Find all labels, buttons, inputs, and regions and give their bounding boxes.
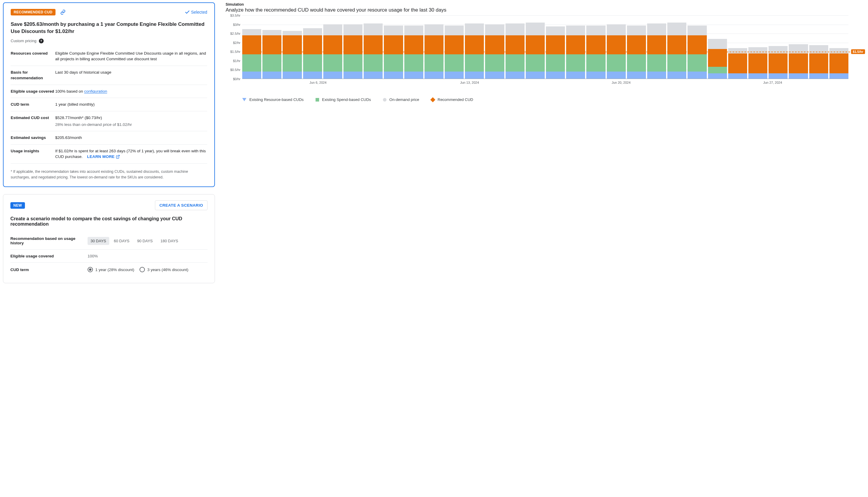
- chart-bar[interactable]: [647, 15, 666, 79]
- learn-more-link[interactable]: LEARN MORE: [87, 154, 120, 160]
- row-scenario-term: CUD term 1 year (28% discount)3 years (4…: [10, 263, 207, 276]
- svg-line-0: [118, 155, 119, 157]
- chart-bar[interactable]: [485, 15, 504, 79]
- row-estimated-cost: Estimated CUD cost $528.77/month* ($0.73…: [11, 111, 207, 131]
- selected-indicator: Selected: [185, 10, 207, 15]
- chart-bar[interactable]: [566, 15, 585, 79]
- days-option[interactable]: 180 DAYS: [158, 237, 182, 245]
- eligible-value: 100%: [88, 254, 98, 258]
- diamond-icon: [431, 97, 435, 102]
- row-eligible-usage: Eligible usage covered 100% based on con…: [11, 85, 207, 98]
- chart-bar[interactable]: [546, 15, 565, 79]
- recommended-chip: $1.5/hr: [851, 49, 865, 54]
- square-icon: [316, 98, 319, 101]
- chart-bar[interactable]: [688, 15, 707, 79]
- recommendation-card: RECOMMENDED CUD Selected Save $205.63/mo…: [3, 2, 215, 187]
- chart-bar[interactable]: [789, 15, 808, 79]
- row-usage-history: Recommendation based on usage history 30…: [10, 232, 207, 250]
- row-estimated-savings: Estimated savings $205.63/month: [11, 131, 207, 144]
- custom-pricing-label: Custom pricing ?: [11, 39, 207, 43]
- new-badge: NEW: [10, 202, 25, 209]
- chart-bar[interactable]: [404, 15, 423, 79]
- chart-bar[interactable]: [283, 15, 302, 79]
- y-tick: $3.5/hr: [230, 14, 241, 17]
- chart-bar[interactable]: [607, 15, 626, 79]
- info-icon[interactable]: ?: [39, 39, 44, 43]
- legend-existing-resource[interactable]: Existing Resource-based CUDs: [242, 97, 304, 102]
- simulation-panel: Simulation Analyze how the recommended C…: [226, 2, 865, 102]
- y-tick: $2/hr: [233, 41, 241, 44]
- configuration-link[interactable]: configuration: [84, 89, 107, 94]
- chart-bar[interactable]: [242, 15, 261, 79]
- y-tick: $1/hr: [233, 59, 241, 63]
- chart-bar[interactable]: [748, 15, 767, 79]
- chart-bar[interactable]: [506, 15, 524, 79]
- chart-bar[interactable]: [708, 15, 727, 79]
- chart-bar[interactable]: [829, 15, 849, 79]
- check-icon: [185, 10, 190, 15]
- row-cud-term: CUD term 1 year (billed monthly): [11, 98, 207, 111]
- chart-bar[interactable]: [364, 15, 382, 79]
- create-scenario-button[interactable]: CREATE A SCENARIO: [155, 200, 207, 210]
- chart-bar[interactable]: [728, 15, 747, 79]
- row-basis: Basis for recommendation Last 30 days of…: [11, 66, 207, 85]
- days-segment-group: 30 DAYS60 DAYS90 DAYS180 DAYS: [88, 237, 181, 245]
- chart-bar[interactable]: [769, 15, 787, 79]
- x-tick: Jun 20, 2024: [545, 81, 697, 84]
- chart-bar[interactable]: [809, 15, 828, 79]
- scenario-card: NEW CREATE A SCENARIO Create a scenario …: [3, 194, 215, 283]
- y-tick: $0/hr: [233, 77, 241, 81]
- simulation-chart: $0/hr$0.5/hr$1/hr$1.5/hr$2/hr$2.5/hr$3/h…: [226, 15, 865, 93]
- x-tick: Jun 6, 2024: [242, 81, 394, 84]
- x-tick: Jun 13, 2024: [394, 81, 546, 84]
- chart-bar[interactable]: [303, 15, 322, 79]
- simulation-heading: Simulation: [226, 2, 865, 6]
- y-tick: $0.5/hr: [230, 68, 241, 72]
- y-tick: $3/hr: [233, 23, 241, 26]
- recommendation-footnote: * If applicable, the recommendation take…: [11, 169, 207, 180]
- chart-bar[interactable]: [262, 15, 281, 79]
- link-icon[interactable]: [60, 10, 66, 15]
- chart-bar[interactable]: [526, 15, 545, 79]
- term-radio[interactable]: 1 year (28% discount): [88, 267, 134, 272]
- chart-bar[interactable]: [667, 15, 686, 79]
- row-usage-insights: Usage insights If $1.02/hr is spent for …: [11, 144, 207, 164]
- days-option[interactable]: 30 DAYS: [88, 237, 109, 245]
- external-link-icon: [116, 155, 120, 159]
- chart-bar[interactable]: [586, 15, 605, 79]
- scenario-title: Create a scenario model to compare the c…: [10, 216, 207, 227]
- chart-bar[interactable]: [323, 15, 342, 79]
- term-radio[interactable]: 3 years (46% discount): [140, 267, 188, 272]
- legend-existing-spend[interactable]: Existing Spend-based CUDs: [316, 97, 371, 102]
- recommended-badge: RECOMMENDED CUD: [11, 9, 56, 15]
- y-tick: $1.5/hr: [230, 50, 241, 54]
- chart-bar[interactable]: [344, 15, 362, 79]
- x-tick: Jun 27, 2024: [697, 81, 849, 84]
- chart-bar[interactable]: [424, 15, 444, 79]
- legend-recommended[interactable]: Recommended CUD: [431, 97, 473, 102]
- chart-bar[interactable]: [465, 15, 484, 79]
- recommendation-title: Save $205.63/month by purchasing a 1 yea…: [11, 21, 207, 35]
- days-option[interactable]: 60 DAYS: [111, 237, 133, 245]
- days-option[interactable]: 90 DAYS: [134, 237, 156, 245]
- row-scenario-eligible: Eligible usage covered 100%: [10, 250, 207, 263]
- simulation-subheading: Analyze how the recommended CUD would ha…: [226, 7, 865, 13]
- row-resources-covered: Resources covered Eligible Compute Engin…: [11, 47, 207, 66]
- chart-bar[interactable]: [627, 15, 646, 79]
- circle-icon: [383, 98, 387, 101]
- triangle-down-icon: [242, 98, 246, 101]
- legend-on-demand[interactable]: On-demand price: [383, 97, 419, 102]
- y-tick: $2.5/hr: [230, 32, 241, 36]
- chart-bar[interactable]: [445, 15, 464, 79]
- chart-bar[interactable]: [384, 15, 403, 79]
- term-radio-group: 1 year (28% discount)3 years (46% discou…: [88, 267, 188, 272]
